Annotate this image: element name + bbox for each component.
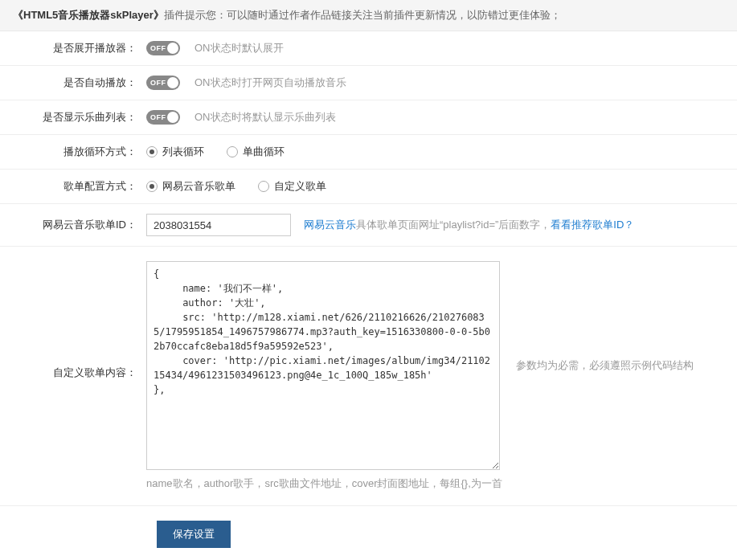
toggle-knob-icon — [167, 43, 178, 54]
playlist-id-after: 具体歌单页面网址“playlist?id=”后面数字， — [356, 219, 551, 231]
toggle-knob-icon — [167, 77, 178, 88]
label-autoplay: 是否自动播放： — [0, 76, 146, 90]
radio-source-netease[interactable]: 网易云音乐歌单 — [146, 179, 235, 194]
radio-source-custom[interactable]: 自定义歌单 — [258, 179, 326, 194]
save-button[interactable]: 保存设置 — [157, 521, 231, 548]
toggle-autoplay-text: OFF — [150, 79, 166, 87]
radio-loop-list[interactable]: 列表循环 — [146, 145, 204, 159]
label-showlist: 是否显示乐曲列表： — [0, 110, 146, 125]
textarea-custom-playlist[interactable] — [146, 261, 500, 470]
row-loop: 播放循环方式： 列表循环 单曲循环 — [0, 135, 737, 170]
label-loop: 播放循环方式： — [0, 145, 146, 159]
link-recommend-id[interactable]: 看看推荐歌单ID？ — [551, 219, 634, 231]
radio-source-netease-label: 网易云音乐歌单 — [162, 179, 235, 194]
radio-icon — [227, 146, 238, 157]
row-expand: 是否展开播放器： OFF ON状态时默认展开 — [0, 31, 737, 66]
radio-icon — [258, 181, 269, 192]
hint-autoplay: ON状态时打开网页自动播放音乐 — [194, 76, 346, 90]
page-header: 《HTML5音乐播放器skPlayer》插件提示您：可以随时通过作者作品链接关注… — [0, 0, 737, 31]
toggle-showlist[interactable]: OFF — [146, 110, 180, 125]
header-title-text: 插件提示您：可以随时通过作者作品链接关注当前插件更新情况，以防错过更佳体验； — [164, 9, 561, 21]
radio-loop-single-label: 单曲循环 — [243, 145, 285, 159]
input-playlist-id[interactable] — [146, 214, 291, 236]
link-netease[interactable]: 网易云音乐 — [304, 219, 356, 231]
radio-source-custom-label: 自定义歌单 — [274, 179, 326, 194]
toggle-autoplay[interactable]: OFF — [146, 76, 180, 90]
hint-custom-right: 参数均为必需，必须遵照示例代码结构 — [516, 358, 694, 373]
hint-showlist: ON状态时将默认显示乐曲列表 — [194, 110, 336, 125]
row-autoplay: 是否自动播放： OFF ON状态时打开网页自动播放音乐 — [0, 66, 737, 100]
row-custom: 自定义歌单内容： 参数均为必需，必须遵照示例代码结构 name歌名，author… — [0, 247, 737, 506]
settings-form: 是否展开播放器： OFF ON状态时默认展开 是否自动播放： OFF ON状态时… — [0, 31, 737, 560]
radio-loop-single[interactable]: 单曲循环 — [227, 145, 285, 159]
toggle-showlist-text: OFF — [150, 113, 166, 121]
hint-expand: ON状态时默认展开 — [194, 41, 284, 55]
radio-loop-list-label: 列表循环 — [162, 145, 204, 159]
radio-icon — [146, 181, 158, 192]
radio-icon — [146, 146, 158, 157]
label-custom: 自定义歌单内容： — [0, 261, 146, 380]
toggle-knob-icon — [167, 112, 178, 123]
label-playlist-id: 网易云音乐歌单ID： — [0, 218, 146, 232]
row-source: 歌单配置方式： 网易云音乐歌单 自定义歌单 — [0, 170, 737, 204]
row-showlist: 是否显示乐曲列表： OFF ON状态时将默认显示乐曲列表 — [0, 100, 737, 135]
toggle-expand[interactable]: OFF — [146, 41, 180, 55]
row-submit: 保存设置 — [0, 506, 737, 560]
label-expand: 是否展开播放器： — [0, 41, 146, 55]
label-source: 歌单配置方式： — [0, 179, 146, 194]
header-title-bold: 《HTML5音乐播放器skPlayer》 — [13, 9, 164, 21]
hint-custom-below: name歌名，author歌手，src歌曲文件地址，cover封面图地址，每组{… — [146, 476, 502, 491]
row-playlist-id: 网易云音乐歌单ID： 网易云音乐具体歌单页面网址“playlist?id=”后面… — [0, 204, 737, 247]
toggle-expand-text: OFF — [150, 44, 166, 52]
